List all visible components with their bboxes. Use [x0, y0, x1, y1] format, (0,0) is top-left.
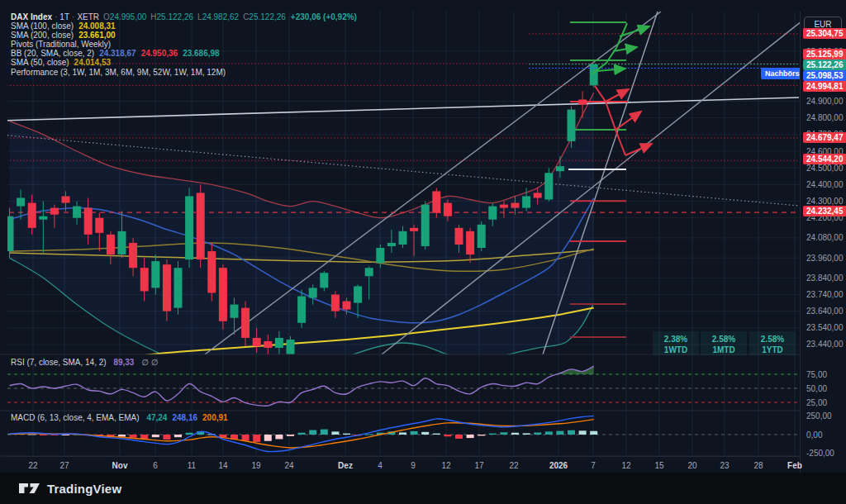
candle	[466, 231, 474, 254]
macd-histogram-bar	[365, 435, 373, 435]
candle	[331, 294, 340, 311]
price-tick: 24.800,00	[806, 113, 844, 122]
macd-histogram-bar	[62, 435, 69, 435]
rsi-label[interactable]: RSI (7, close, SMA, 14, 2)	[11, 358, 107, 367]
price-tick: 23.740,00	[806, 290, 844, 299]
performance-cell: 2.58%1MTD	[701, 331, 747, 355]
candle	[399, 231, 407, 245]
time-label: 20	[687, 461, 696, 470]
time-axis[interactable]: 2227Nov611141924Dez491217222026712152023…	[7, 456, 800, 473]
candle	[343, 302, 351, 310]
close-value: 25.122,26	[249, 12, 286, 21]
indicator-legend: DAX Index·1T·XETRO24.995,00H25.122,26L24…	[11, 13, 357, 78]
candle	[410, 228, 418, 231]
macd-histogram-bar	[467, 435, 474, 438]
macd-histogram-bar	[511, 433, 519, 435]
candle	[455, 228, 463, 245]
bottom-bar: TradingView	[0, 473, 846, 504]
macd-histogram-bar	[478, 435, 485, 435]
indicator-label[interactable]: Pivots (Traditional, Weekly)	[11, 40, 111, 49]
macd-histogram-bar	[489, 434, 497, 435]
candle	[488, 207, 497, 220]
indicator-row[interactable]: BB (20, SMA, close, 2)24.318,6724.950,36…	[11, 50, 357, 59]
price-tick: 23.440,00	[806, 340, 844, 349]
macd-histogram-bar	[309, 430, 316, 435]
price-badge: 24.544,20	[803, 154, 846, 164]
rsi-legend-row[interactable]: RSI (7, close, SMA, 14, 2) 89,33 ∅ ∅	[11, 358, 158, 367]
time-label: 2026	[549, 461, 568, 470]
macd-tick: 0,00	[806, 430, 822, 440]
indicator-value: 24.008,31	[74, 21, 116, 31]
candle	[365, 268, 373, 276]
indicator-label[interactable]: BB (20, SMA, close, 2)	[11, 49, 94, 58]
macd-histogram-bar	[40, 435, 47, 435]
price-badge: 25.125,99	[803, 49, 846, 59]
candle	[556, 166, 564, 171]
time-label: 14	[218, 461, 227, 470]
indicator-label[interactable]: Performance (3, 1W, 1M, 3M, 6M, 9M, 52W,…	[11, 68, 226, 77]
price-badge: 25.122,26	[803, 59, 846, 70]
indicator-row[interactable]: SMA (100, close)24.008,31	[11, 22, 357, 31]
candle	[500, 205, 508, 208]
macd-value: 200,91	[197, 413, 228, 422]
candle	[185, 196, 193, 259]
macd-histogram-bar	[523, 433, 530, 435]
price-axis[interactable]: EUR 25.200,0024.900,0024.800,0024.700,00…	[800, 12, 846, 473]
price-badge: 24.994,81	[803, 81, 846, 92]
indicator-row[interactable]: Pivots (Traditional, Weekly)	[11, 40, 357, 50]
candle	[207, 251, 216, 292]
indicator-label[interactable]: SMA (200, close)	[11, 31, 74, 40]
tradingview-logo[interactable]: TradingView	[18, 481, 121, 496]
macd-histogram-bar	[556, 431, 563, 435]
candle	[174, 268, 183, 307]
indicator-row[interactable]: SMA (50, close)24.014,53	[11, 59, 357, 68]
symbol-row[interactable]: DAX Index·1T·XETRO24.995,00H25.122,26L24…	[11, 13, 357, 22]
price-tick: 24.500,00	[806, 164, 844, 173]
macd-histogram-bar	[411, 431, 418, 435]
candle	[522, 196, 530, 207]
macd-histogram-bar	[455, 435, 463, 439]
price-tick: 24.400,00	[806, 180, 844, 189]
candle	[568, 110, 576, 141]
candle	[421, 205, 430, 246]
candle	[320, 273, 328, 288]
macd-tick: -250,00	[806, 449, 834, 458]
indicator-label[interactable]: SMA (50, close)	[11, 58, 69, 67]
indicator-value: 23.686,98	[178, 49, 220, 58]
tradingview-logo-icon	[18, 481, 41, 496]
candle	[107, 235, 115, 254]
symbol-name[interactable]: DAX Index	[11, 12, 52, 21]
macd-histogram-bar	[545, 431, 553, 435]
macd-legend-row[interactable]: MACD (6, 13, close, 4, EMA, EMA) 47,2424…	[11, 413, 228, 422]
time-label: 15	[654, 461, 663, 470]
price-tick: 23.640,00	[806, 307, 844, 316]
candle	[129, 243, 137, 268]
candle	[387, 243, 396, 246]
macd-label[interactable]: MACD (6, 13, close, 4, EMA, EMA)	[11, 413, 140, 422]
time-label: 11	[188, 461, 196, 470]
rsi-tick: 75,00	[806, 370, 827, 379]
price-badge: 25.098,53	[803, 70, 846, 81]
time-label: 22	[28, 461, 37, 470]
rsi-tick: 50,00	[806, 384, 827, 393]
candle	[231, 305, 239, 318]
candle	[140, 268, 149, 291]
price-tick: 24.080,00	[806, 233, 844, 242]
time-label: 28	[753, 461, 763, 470]
candle	[478, 225, 486, 248]
price-tick: 24.900,00	[806, 97, 844, 106]
rsi-empty-markers: ∅ ∅	[136, 358, 158, 367]
indicator-row[interactable]: SMA (200, close)23.661,00	[11, 31, 357, 40]
price-tick: 23.540,00	[806, 323, 844, 332]
time-label: Feb	[787, 461, 802, 470]
time-label: 12	[441, 461, 450, 470]
candle	[297, 296, 306, 322]
tradingview-chart-window: Trading-PortalNET erstellt mit TradingVi…	[0, 0, 846, 504]
indicator-label[interactable]: SMA (100, close)	[11, 21, 74, 31]
indicator-row[interactable]: Performance (3, 1W, 1M, 3M, 6M, 9M, 52W,…	[11, 69, 357, 78]
time-label: 23	[720, 461, 729, 470]
time-label: Dez	[338, 461, 353, 470]
interval[interactable]: 1T	[59, 12, 69, 21]
time-label: 9	[411, 461, 416, 470]
rsi-value: 89,33	[108, 358, 134, 367]
